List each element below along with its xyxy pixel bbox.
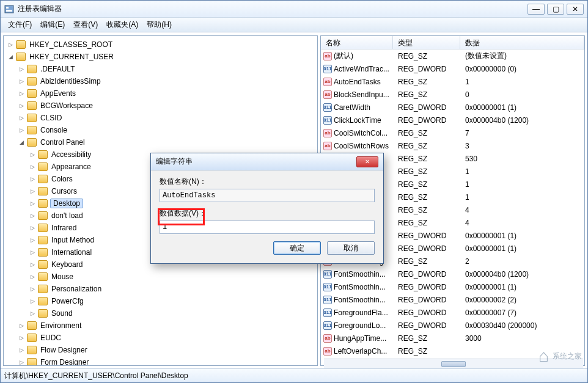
chevron-right-icon[interactable]: ▷ <box>29 225 35 231</box>
table-row[interactable]: 011ClickLockTimeREG_DWORD0x000004b0 (120… <box>321 114 584 126</box>
chevron-right-icon[interactable]: ▷ <box>29 274 35 280</box>
menu-file[interactable]: 文件(F) <box>4 18 35 32</box>
svg-rect-2 <box>6 10 12 12</box>
table-row[interactable]: abHungAppTime...REG_SZ3000 <box>321 332 584 345</box>
minimize-button[interactable]: — <box>527 4 545 15</box>
chevron-right-icon[interactable]: ▷ <box>29 176 35 182</box>
tree-node[interactable]: ▷AbizIdentitiesSimp <box>18 75 315 87</box>
table-row[interactable]: abBlockSendInpu...REG_SZ0 <box>321 88 584 101</box>
tree-node[interactable]: ▷Personalization <box>29 283 315 295</box>
chevron-right-icon[interactable]: ▷ <box>29 286 35 292</box>
chevron-right-icon[interactable]: ▷ <box>29 298 35 304</box>
statusbar: 计算机\HKEY_CURRENT_USER\Control Panel\Desk… <box>1 369 587 382</box>
scrollbar-thumb[interactable] <box>441 361 466 367</box>
ok-button[interactable]: 确定 <box>273 241 321 255</box>
tree-node[interactable]: ▷Console <box>18 124 315 136</box>
chevron-right-icon[interactable]: ▷ <box>29 237 35 243</box>
chevron-right-icon[interactable]: ▷ <box>18 323 24 329</box>
table-row[interactable]: 011CaretWidthREG_DWORD0x00000001 (1) <box>321 101 584 114</box>
chevron-right-icon[interactable]: ▷ <box>29 249 35 255</box>
tree-node[interactable]: ▷CLSID <box>18 112 315 124</box>
table-row[interactable]: 011ActiveWndTrac...REG_DWORD0x00000000 (… <box>321 62 584 75</box>
dialog-titlebar[interactable]: 编辑字符串 ✕ <box>151 153 383 170</box>
chevron-right-icon[interactable]: ▷ <box>18 335 24 341</box>
chevron-right-icon[interactable]: ▷ <box>18 115 24 121</box>
menubar: 文件(F) 编辑(E) 查看(V) 收藏夹(A) 帮助(H) <box>1 18 587 32</box>
folder-icon <box>38 236 48 244</box>
chevron-right-icon[interactable]: ▷ <box>29 200 35 206</box>
folder-icon <box>38 175 48 183</box>
tree-node[interactable]: ▷Flow Designer <box>18 344 315 356</box>
dialog-title: 编辑字符串 <box>156 156 193 167</box>
tree-node[interactable]: ▷EUDC <box>18 332 315 344</box>
table-row[interactable]: 011ForegroundFla...REG_DWORD0x00000007 (… <box>321 306 584 319</box>
tree-node[interactable]: ▷AppEvents <box>18 87 315 100</box>
cancel-button[interactable]: 取消 <box>327 241 375 255</box>
folder-icon <box>38 162 48 171</box>
col-type[interactable]: 类型 <box>393 36 460 49</box>
binary-icon: 011 <box>323 103 332 112</box>
folder-icon <box>27 126 37 134</box>
chevron-right-icon[interactable]: ▷ <box>18 103 24 109</box>
menu-help[interactable]: 帮助(H) <box>143 18 175 32</box>
chevron-right-icon[interactable]: ▷ <box>29 151 35 158</box>
tree-node[interactable]: ▷Environment <box>18 319 315 332</box>
chevron-right-icon[interactable]: ▷ <box>18 359 24 365</box>
folder-icon <box>38 224 48 232</box>
tree-node[interactable]: ◢Control Panel <box>18 136 315 148</box>
status-path: 计算机\HKEY_CURRENT_USER\Control Panel\Desk… <box>4 371 188 381</box>
value-data-input[interactable] <box>160 221 375 234</box>
table-row[interactable]: abCoolSwitchRowsREG_SZ3 <box>321 139 584 152</box>
tree-node[interactable]: ▷.DEFAULT <box>18 63 315 75</box>
folder-icon <box>27 358 37 366</box>
chevron-down-icon[interactable]: ◢ <box>7 54 13 60</box>
binary-icon: 011 <box>323 116 332 125</box>
folder-icon <box>27 114 37 122</box>
chevron-right-icon[interactable]: ▷ <box>29 310 35 316</box>
dialog-close-button[interactable]: ✕ <box>356 156 378 167</box>
table-row[interactable]: 011FontSmoothin...REG_DWORD0x000004b0 (1… <box>321 268 584 280</box>
chevron-down-icon[interactable]: ◢ <box>18 139 24 145</box>
tree-node[interactable]: ▷Sound <box>29 307 315 319</box>
chevron-right-icon[interactable]: ▷ <box>29 188 35 194</box>
col-name[interactable]: 名称 <box>321 36 393 49</box>
chevron-right-icon[interactable]: ▷ <box>29 213 35 219</box>
tree-node[interactable]: ▷BCGWorkspace <box>18 100 315 112</box>
chevron-right-icon[interactable]: ▷ <box>29 164 35 170</box>
chevron-right-icon[interactable]: ▷ <box>18 66 24 72</box>
chevron-right-icon[interactable]: ▷ <box>18 347 24 353</box>
tree-node-hkcr[interactable]: ▷HKEY_CLASSES_ROOT <box>7 38 315 51</box>
string-icon: ab <box>323 334 332 343</box>
folder-icon <box>27 65 37 73</box>
value-name-input[interactable] <box>160 189 375 202</box>
chevron-right-icon[interactable]: ▷ <box>7 42 13 48</box>
chevron-right-icon[interactable]: ▷ <box>18 127 24 133</box>
chevron-right-icon[interactable]: ▷ <box>29 261 35 268</box>
column-headers[interactable]: 名称 类型 数据 <box>321 36 584 49</box>
menu-view[interactable]: 查看(V) <box>70 18 101 32</box>
string-icon: ab <box>323 129 332 137</box>
regedit-icon <box>4 4 14 14</box>
tree-node-hkcu[interactable]: ◢HKEY_CURRENT_USER <box>7 51 315 63</box>
menu-edit[interactable]: 编辑(E) <box>37 18 68 32</box>
table-row[interactable]: abAutoEndTasksREG_SZ1 <box>321 75 584 88</box>
titlebar[interactable]: 注册表编辑器 — ▢ ✕ <box>1 1 587 18</box>
tree-node[interactable]: ▷Mouse <box>29 271 315 283</box>
chevron-right-icon[interactable]: ▷ <box>18 90 24 97</box>
folder-icon <box>27 138 37 147</box>
chevron-right-icon[interactable]: ▷ <box>18 78 24 84</box>
maximize-button[interactable]: ▢ <box>547 4 564 15</box>
col-data[interactable]: 数据 <box>460 36 584 49</box>
menu-favorites[interactable]: 收藏夹(A) <box>103 18 142 32</box>
table-row[interactable]: abCoolSwitchCol...REG_SZ7 <box>321 126 584 139</box>
binary-icon: 011 <box>323 308 332 317</box>
table-row[interactable]: 011FontSmoothin...REG_DWORD0x00000001 (1… <box>321 280 584 293</box>
tree-node[interactable]: ▷PowerCfg <box>29 295 315 307</box>
watermark: ⌂系统之家 <box>538 346 582 366</box>
tree-node[interactable]: ▷Form Designer <box>18 356 315 366</box>
table-row[interactable]: 011FontSmoothin...REG_DWORD0x00000002 (2… <box>321 293 584 306</box>
table-row[interactable]: ab(默认)REG_SZ(数值未设置) <box>321 49 584 62</box>
close-button[interactable]: ✕ <box>567 4 584 15</box>
table-row[interactable]: 011ForegroundLo...REG_DWORD0x00030d40 (2… <box>321 319 584 332</box>
binary-icon: 011 <box>323 283 332 291</box>
